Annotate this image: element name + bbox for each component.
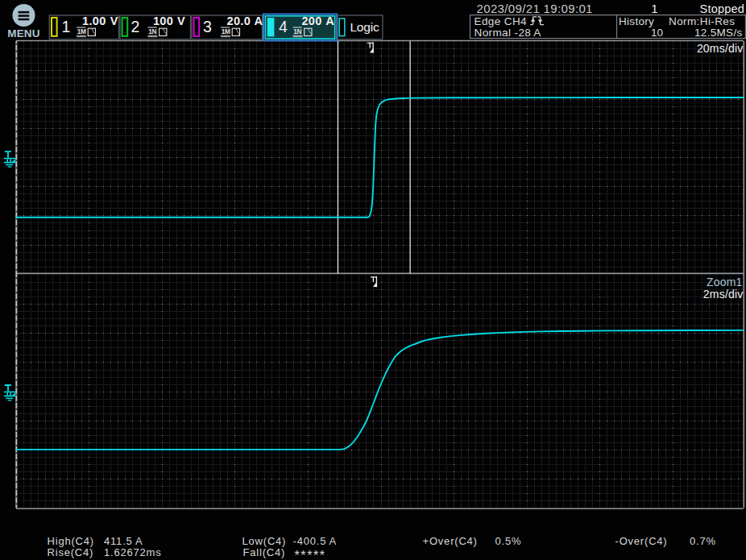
svg-text:12.5MS/s: 12.5MS/s <box>694 27 742 39</box>
svg-text:1: 1 <box>651 2 657 15</box>
svg-text:20ms/div: 20ms/div <box>697 42 744 55</box>
svg-text:MENU: MENU <box>7 27 40 39</box>
svg-text:10: 10 <box>651 27 663 39</box>
svg-text:2023/09/21 19:09:01: 2023/09/21 19:09:01 <box>477 2 593 15</box>
svg-text:V: V <box>110 15 118 27</box>
svg-text:3: 3 <box>203 18 212 35</box>
svg-text:A: A <box>255 15 263 27</box>
svg-text:Logic: Logic <box>350 20 379 34</box>
svg-text:1M: 1M <box>77 27 86 35</box>
svg-text:1.62672ms: 1.62672ms <box>104 546 162 558</box>
svg-text:0.5%: 0.5% <box>495 535 522 547</box>
svg-text:2ms/div: 2ms/div <box>703 288 744 301</box>
svg-text:1N: 1N <box>293 27 301 35</box>
svg-text:V: V <box>177 15 185 27</box>
svg-text:History: History <box>619 15 654 27</box>
svg-text:Stopped: Stopped <box>700 2 744 15</box>
svg-text:200: 200 <box>301 15 321 27</box>
svg-text:-Over(C4): -Over(C4) <box>615 535 668 547</box>
svg-text:4: 4 <box>279 18 288 35</box>
svg-text:A: A <box>325 15 334 27</box>
svg-text:Fall(C4): Fall(C4) <box>243 546 286 558</box>
svg-text:1M: 1M <box>222 27 230 35</box>
svg-text:Rise(C4): Rise(C4) <box>48 546 94 558</box>
svg-text:1: 1 <box>62 18 71 35</box>
svg-text:2: 2 <box>131 18 140 35</box>
svg-text:1N: 1N <box>148 27 156 35</box>
svg-text:*****: ***** <box>295 549 326 560</box>
svg-text:Normal -28 A: Normal -28 A <box>475 27 541 39</box>
svg-text:1.00: 1.00 <box>82 15 106 27</box>
svg-text:-400.5 A: -400.5 A <box>293 535 338 547</box>
svg-text:20.0: 20.0 <box>227 15 251 27</box>
svg-text:+Over(C4): +Over(C4) <box>423 535 478 547</box>
svg-text:0.7%: 0.7% <box>690 535 716 547</box>
svg-text:100: 100 <box>153 15 173 27</box>
